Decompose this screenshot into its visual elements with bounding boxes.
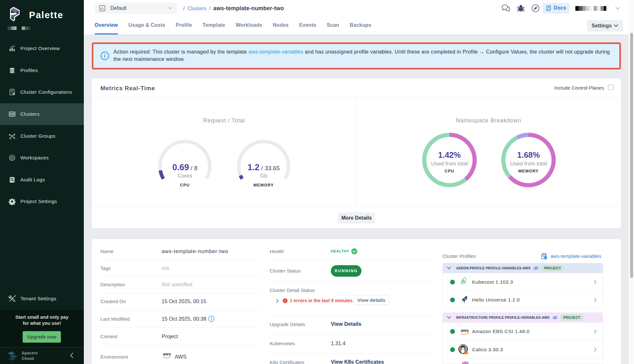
- svg-text:aws: aws: [163, 352, 171, 356]
- svg-text:aws: aws: [461, 328, 469, 333]
